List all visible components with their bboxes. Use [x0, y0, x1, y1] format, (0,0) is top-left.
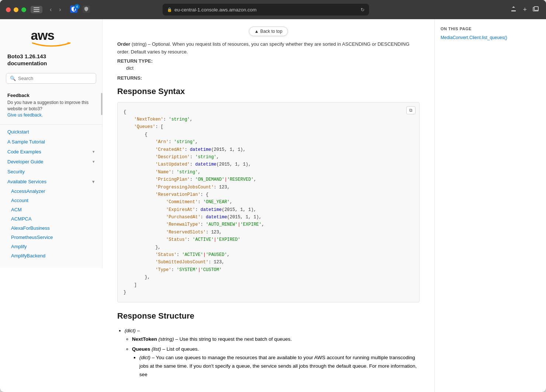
- search-icon: 🔍: [10, 76, 16, 81]
- sidebar-item-developer-guide[interactable]: Developer Guide ▾: [0, 157, 102, 167]
- url-text: eu-central-1.console.aws.amazon.com: [174, 7, 257, 13]
- struct-next-token: NextToken (string) – Use this string to …: [132, 335, 420, 344]
- search-input[interactable]: [18, 76, 92, 81]
- back-to-top-arrow: ▲: [254, 29, 259, 34]
- sidebar-service-alexa[interactable]: AlexaForBusiness: [0, 223, 102, 233]
- code-content: { 'NextToken': 'string', 'Queues': [ { '…: [124, 108, 413, 296]
- sidebar-service-prometheus[interactable]: PrometheusService: [0, 233, 102, 242]
- response-syntax-heading: Response Syntax: [117, 87, 420, 96]
- svg-rect-2: [34, 11, 39, 12]
- maximize-button[interactable]: [21, 7, 26, 12]
- copy-button[interactable]: ⧉: [406, 106, 415, 114]
- toc-panel: ON THIS PAGE MediaConvert.Client.list_qu…: [434, 19, 515, 392]
- back-to-top-label: Back to top: [260, 29, 282, 34]
- sidebar-item-tutorial[interactable]: A Sample Tutorial: [0, 137, 102, 147]
- sidebar-service-access-analyzer[interactable]: AccessAnalyzer: [0, 187, 102, 196]
- top-description-text: Order (string) – Optional. When you requ…: [117, 41, 420, 56]
- chevron-down-icon: ▾: [93, 159, 95, 164]
- toc-link-list-queues[interactable]: MediaConvert.Client.list_queues(): [441, 35, 510, 41]
- return-type-label: RETURN TYPE:: [117, 58, 420, 64]
- feedback-link[interactable]: Give us feedback.: [7, 112, 43, 118]
- struct-queues: Queues (list) – List of queues. (dict) –…: [132, 345, 420, 379]
- doc-content: ▲ Back to top Order (string) – Optional.…: [102, 19, 434, 392]
- sidebar-service-amplify-backend[interactable]: AmplifyBackend: [0, 251, 102, 260]
- svg-text:aws: aws: [31, 28, 54, 42]
- toc-title: ON THIS PAGE: [441, 27, 510, 31]
- new-tab-button[interactable]: +: [521, 4, 528, 15]
- sidebar-service-account[interactable]: Account: [0, 196, 102, 205]
- forward-button[interactable]: ›: [56, 5, 64, 14]
- content-area: ▲ Back to top Order (string) – Optional.…: [102, 19, 515, 392]
- window-button[interactable]: [531, 5, 540, 14]
- back-button[interactable]: ‹: [47, 5, 55, 14]
- response-structure-content: (dict) – NextToken (string) – Use this s…: [117, 327, 420, 379]
- lock-icon: 🔒: [167, 7, 172, 12]
- browser-toolbar-right: +: [509, 4, 540, 15]
- refresh-button[interactable]: ↻: [361, 7, 365, 13]
- svg-rect-6: [534, 7, 538, 10]
- feedback-heading: Feedback: [7, 93, 95, 98]
- browser-content: aws Boto3 1.26.143 documentation 🔍 Feedb…: [0, 19, 546, 392]
- doc-title: Boto3 1.26.143 documentation: [0, 53, 102, 73]
- return-type-value: dict: [126, 65, 420, 71]
- sidebar-feedback: Feedback Do you have a suggestion to imp…: [0, 90, 102, 122]
- chevron-down-icon: ▾: [92, 179, 95, 184]
- struct-queues-dict: (dict) – You can use queues to manage th…: [139, 354, 420, 379]
- aws-logo: aws: [29, 28, 73, 47]
- sidebar-item-quickstart[interactable]: Quickstart: [0, 127, 102, 137]
- sidebar: aws Boto3 1.26.143 documentation 🔍 Feedb…: [0, 19, 102, 268]
- sidebar-service-acmpca[interactable]: ACMPCA: [0, 214, 102, 223]
- sidebar-service-acm[interactable]: ACM: [0, 205, 102, 214]
- title-bar: ‹ › 4 🔒 eu-central-1.console.aws.amazon.…: [0, 0, 546, 19]
- feedback-body: Do you have a suggestion to improve this…: [7, 100, 95, 112]
- nav-buttons: ‹ ›: [47, 5, 64, 14]
- close-button[interactable]: [6, 7, 11, 12]
- search-box[interactable]: 🔍: [6, 73, 96, 84]
- struct-top-item: (dict) – NextToken (string) – Use this s…: [125, 327, 420, 379]
- sidebar-scrollbar[interactable]: [101, 93, 102, 115]
- returns-label: RETURNS:: [117, 75, 420, 81]
- traffic-lights: [6, 7, 26, 12]
- response-structure-heading: Response Structure: [117, 311, 420, 321]
- aws-logo-area: aws: [0, 19, 102, 53]
- chevron-down-icon: ▾: [93, 149, 95, 154]
- sidebar-toggle-button[interactable]: [31, 6, 42, 13]
- extension-shield[interactable]: [83, 6, 91, 14]
- minimize-button[interactable]: [14, 7, 18, 12]
- svg-rect-1: [34, 9, 39, 10]
- extension-bitwarden[interactable]: 4: [70, 6, 78, 14]
- sidebar-item-code-examples[interactable]: Code Examples ▾: [0, 147, 102, 157]
- sidebar-item-available-services[interactable]: Available Services ▾: [0, 177, 102, 187]
- share-button[interactable]: [509, 4, 518, 15]
- sidebar-divider-1: [0, 124, 102, 125]
- sidebar-service-amplify[interactable]: Amplify: [0, 242, 102, 251]
- address-bar[interactable]: 🔒 eu-central-1.console.aws.amazon.com ↻: [163, 4, 369, 15]
- back-to-top-button[interactable]: ▲ Back to top: [249, 27, 288, 36]
- code-block: ⧉ { 'NextToken': 'string', 'Queues': [ {…: [117, 102, 420, 303]
- svg-rect-0: [34, 7, 39, 8]
- extension-badge-count: 4: [74, 4, 80, 9]
- sidebar-item-security[interactable]: Security: [0, 167, 102, 177]
